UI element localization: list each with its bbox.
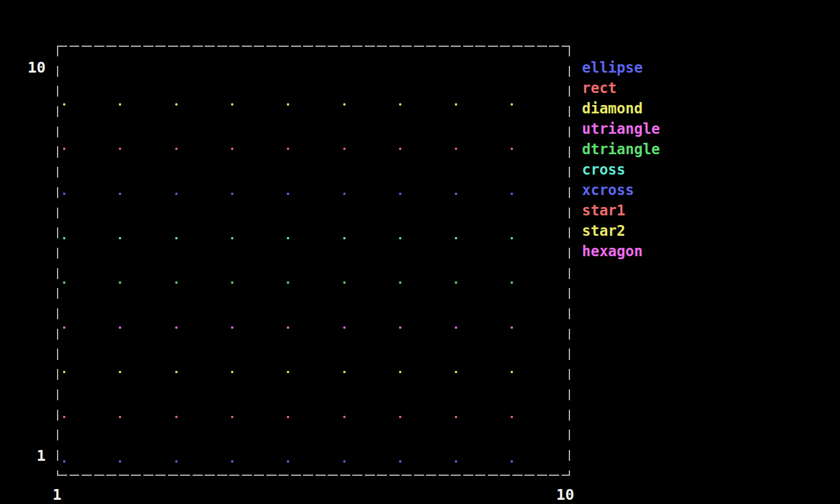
scatter-point-star2 xyxy=(455,103,457,106)
legend-item-rect: rect xyxy=(582,78,660,98)
scatter-point-star1 xyxy=(119,148,121,150)
scatter-point-xcross xyxy=(119,193,121,195)
scatter-point-utriangle xyxy=(343,326,346,329)
scatter-point-rect xyxy=(399,416,401,418)
plot-border-top xyxy=(57,46,570,47)
scatter-point-diamond xyxy=(343,371,346,373)
scatter-point-cross xyxy=(63,237,65,239)
scatter-point-ellipse xyxy=(175,460,178,463)
y-tick-1: 1 xyxy=(12,448,46,464)
scatter-point-star1 xyxy=(287,148,289,150)
scatter-point-cross xyxy=(231,237,233,239)
scatter-point-ellipse xyxy=(63,460,65,463)
scatter-point-ellipse xyxy=(399,460,401,463)
scatter-point-ellipse xyxy=(287,460,289,463)
scatter-point-ellipse xyxy=(231,460,233,463)
scatter-point-rect xyxy=(287,416,289,418)
scatter-point-star1 xyxy=(455,148,457,150)
scatter-point-diamond xyxy=(63,371,65,373)
plot-border-left xyxy=(57,46,58,476)
scatter-point-dtriangle xyxy=(511,281,513,284)
scatter-point-diamond xyxy=(399,371,401,373)
scatter-point-cross xyxy=(287,237,289,239)
scatter-point-dtriangle xyxy=(343,281,346,284)
y-tick-10: 10 xyxy=(12,60,46,76)
scatter-point-dtriangle xyxy=(119,281,121,284)
legend-item-dtriangle: dtriangle xyxy=(582,139,660,160)
scatter-point-star1 xyxy=(175,148,178,150)
scatter-point-xcross xyxy=(343,193,346,195)
scatter-point-star2 xyxy=(119,103,121,106)
scatter-point-dtriangle xyxy=(175,281,178,284)
scatter-point-cross xyxy=(343,237,346,239)
scatter-point-diamond xyxy=(175,371,178,373)
scatter-point-dtriangle xyxy=(287,281,289,284)
scatter-point-ellipse xyxy=(511,460,513,463)
scatter-point-xcross xyxy=(63,193,65,195)
plot-border-right xyxy=(569,46,570,476)
scatter-point-star2 xyxy=(63,103,65,106)
x-tick-10: 10 xyxy=(548,487,582,503)
scatter-point-xcross xyxy=(455,193,457,195)
scatter-point-cross xyxy=(455,237,457,239)
scatter-point-diamond xyxy=(231,371,233,373)
scatter-point-diamond xyxy=(455,371,457,373)
legend: ellipserectdiamondutriangledtrianglecros… xyxy=(582,58,660,262)
scatter-point-star1 xyxy=(511,148,513,150)
legend-item-star1: star1 xyxy=(582,200,660,221)
scatter-point-rect xyxy=(343,416,346,418)
scatter-point-xcross xyxy=(175,193,178,195)
scatter-point-ellipse xyxy=(343,460,346,463)
scatter-point-star1 xyxy=(399,148,401,150)
scatter-point-cross xyxy=(119,237,121,239)
scatter-point-star2 xyxy=(399,103,401,106)
scatter-point-xcross xyxy=(287,193,289,195)
scatter-point-rect xyxy=(511,416,513,418)
scatter-point-star2 xyxy=(175,103,178,106)
scatter-point-dtriangle xyxy=(399,281,401,284)
scatter-point-utriangle xyxy=(511,326,513,329)
scatter-point-star2 xyxy=(231,103,233,106)
scatter-point-star2 xyxy=(287,103,289,106)
legend-item-ellipse: ellipse xyxy=(582,58,660,78)
scatter-point-rect xyxy=(231,416,233,418)
scatter-point-ellipse xyxy=(455,460,457,463)
scatter-point-rect xyxy=(175,416,178,418)
scatter-point-cross xyxy=(511,237,513,239)
scatter-point-cross xyxy=(175,237,178,239)
terminal-screen: 10 1 1 10 ellipserectdiamondutriangledtr… xyxy=(0,0,840,504)
scatter-point-xcross xyxy=(231,193,233,195)
legend-item-utriangle: utriangle xyxy=(582,119,660,139)
scatter-point-cross xyxy=(399,237,401,239)
scatter-point-utriangle xyxy=(455,326,457,329)
scatter-point-dtriangle xyxy=(231,281,233,284)
scatter-point-utriangle xyxy=(63,326,65,329)
scatter-point-utriangle xyxy=(287,326,289,329)
scatter-point-rect xyxy=(455,416,457,418)
scatter-point-star1 xyxy=(343,148,346,150)
plot-border-bottom xyxy=(57,475,570,476)
legend-item-hexagon: hexagon xyxy=(582,241,660,262)
x-tick-1: 1 xyxy=(49,487,65,503)
scatter-point-utriangle xyxy=(231,326,233,329)
scatter-point-dtriangle xyxy=(455,281,457,284)
legend-item-cross: cross xyxy=(582,160,660,180)
scatter-point-utriangle xyxy=(119,326,121,329)
scatter-point-utriangle xyxy=(175,326,178,329)
legend-item-star2: star2 xyxy=(582,221,660,241)
scatter-point-star1 xyxy=(63,148,65,150)
scatter-point-xcross xyxy=(399,193,401,195)
scatter-point-rect xyxy=(119,416,121,418)
legend-item-diamond: diamond xyxy=(582,98,660,119)
scatter-point-star1 xyxy=(231,148,233,150)
scatter-point-dtriangle xyxy=(63,281,65,284)
scatter-point-rect xyxy=(63,416,65,418)
scatter-point-utriangle xyxy=(399,326,401,329)
scatter-point-ellipse xyxy=(119,460,121,463)
scatter-point-diamond xyxy=(511,371,513,373)
scatter-point-star2 xyxy=(343,103,346,106)
scatter-point-xcross xyxy=(511,193,513,195)
legend-item-xcross: xcross xyxy=(582,180,660,200)
scatter-point-diamond xyxy=(287,371,289,373)
scatter-point-star2 xyxy=(511,103,513,106)
